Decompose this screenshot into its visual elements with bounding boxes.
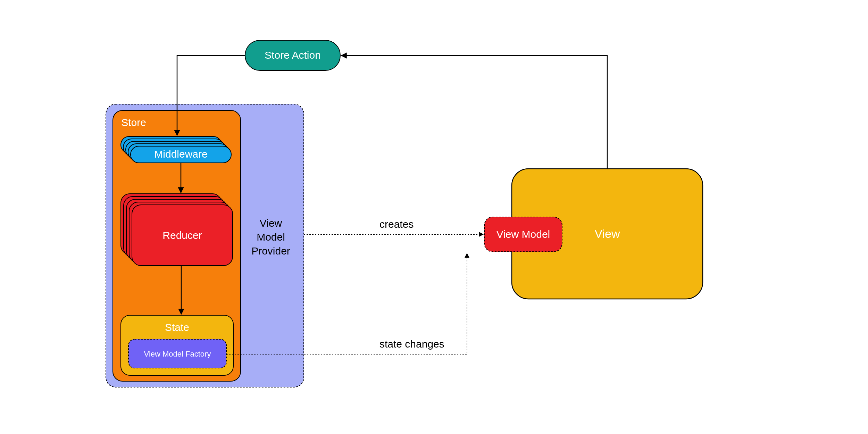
middleware-stack: Middleware (121, 136, 231, 163)
state-group: State View Model Factory (121, 315, 233, 375)
view-model-provider-label-3: Provider (251, 245, 290, 257)
arrow-view-to-storeaction (341, 56, 607, 169)
reducer-label: Reducer (162, 229, 202, 241)
store-action-label: Store Action (265, 49, 321, 61)
creates-label: creates (379, 218, 414, 230)
reducer-stack: Reducer (121, 194, 233, 266)
state-label: State (165, 322, 189, 333)
view-model-factory-label: View Model Factory (144, 350, 211, 358)
view-label: View (594, 227, 620, 240)
state-changes-label: state changes (379, 338, 444, 350)
view-model-label: View Model (496, 228, 550, 240)
view-model-provider-label-1: View (260, 217, 282, 229)
store-label: Store (121, 117, 146, 128)
middleware-label: Middleware (154, 148, 207, 160)
view-model-provider-label-2: Model (257, 231, 285, 243)
